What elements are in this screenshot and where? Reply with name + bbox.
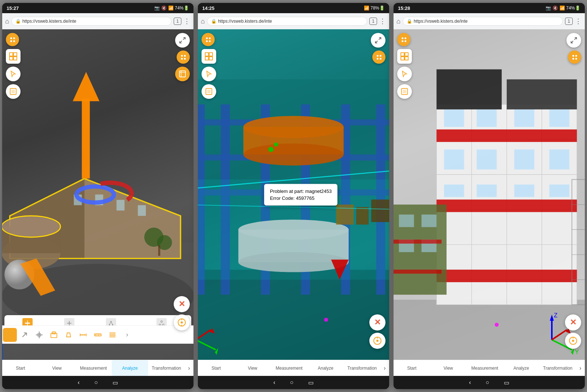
home-icon-2[interactable]: ⌂ — [201, 18, 205, 25]
tool-more-btn[interactable]: › — [120, 328, 134, 342]
tab-more-2[interactable]: › — [380, 360, 389, 376]
tab-count-3[interactable]: 1 — [565, 18, 573, 25]
grid-button-3[interactable] — [397, 49, 412, 64]
tab-count-2[interactable]: 1 — [369, 18, 377, 25]
android-nav-1: ‹ ○ ▭ — [2, 376, 193, 389]
url-bar-3[interactable]: 🔒 https://vsweb.kisters.de/inte — [403, 17, 563, 26]
tab-more-3[interactable]: › — [576, 360, 585, 376]
frame-button-1[interactable] — [175, 67, 190, 81]
tool-ruler-btn[interactable] — [91, 328, 105, 342]
tab-start-1[interactable]: Start — [2, 360, 39, 376]
cube-button-1[interactable] — [6, 84, 21, 99]
tool-trapezoid-btn[interactable] — [62, 328, 75, 342]
tab-view-1[interactable]: View — [39, 360, 75, 376]
tool-crosshair-btn[interactable] — [32, 328, 46, 342]
tab-analyze-1[interactable]: Analyze — [112, 360, 148, 376]
tool-arrow-btn[interactable] — [18, 328, 32, 342]
recents-btn-2[interactable]: ▭ — [308, 379, 314, 386]
home-btn-3[interactable]: ○ — [486, 379, 489, 386]
home-icon-3[interactable]: ⌂ — [396, 18, 400, 25]
grid-button-1[interactable] — [6, 49, 21, 64]
recents-btn-3[interactable]: ▭ — [504, 379, 509, 386]
cube-button-2[interactable] — [202, 84, 216, 99]
svg-point-98 — [274, 142, 278, 146]
grid-button-2[interactable] — [202, 49, 216, 64]
svg-rect-138 — [549, 149, 569, 169]
close-button-1[interactable]: ✕ — [174, 296, 190, 312]
tool-home-btn[interactable] — [3, 328, 17, 342]
tab-view-label-3: View — [443, 366, 453, 371]
camera-icon: 📷 — [154, 5, 160, 11]
tab-more-1[interactable]: › — [185, 360, 193, 376]
dots-button-3[interactable] — [397, 33, 410, 46]
menu-dots-1[interactable]: ⋮ — [184, 17, 191, 25]
menu-button-1[interactable] — [177, 51, 190, 64]
tool-measure-btn[interactable] — [76, 328, 90, 342]
expand-button-3[interactable] — [566, 33, 581, 48]
viewport-2: Problem at part: magnet2453 Error Code: … — [198, 29, 389, 360]
menu-dots-2[interactable]: ⋮ — [379, 17, 386, 25]
tab-view-3[interactable]: View — [430, 360, 467, 376]
pointer-button-1[interactable] — [6, 67, 21, 81]
status-time-2: 14:25 — [202, 5, 214, 11]
back-btn-2[interactable]: ‹ — [273, 379, 275, 386]
status-bar-1: 15:27 📷 🔇 📶 74%🔋 — [2, 3, 193, 13]
pointer-button-2[interactable] — [202, 67, 216, 81]
camera-icon-3: 📷 — [546, 5, 551, 11]
tab-measurement-1[interactable]: Measurement — [75, 360, 112, 376]
close-x-icon-1: ✕ — [178, 299, 185, 309]
tab-measurement-3[interactable]: Measurement — [466, 360, 503, 376]
tab-count-1[interactable]: 1 — [174, 18, 181, 25]
tab-analyze-label-2: Analyze — [318, 366, 333, 371]
tool-box-btn[interactable] — [47, 328, 61, 342]
back-btn-1[interactable]: ‹ — [78, 379, 80, 386]
svg-text:Y: Y — [575, 348, 579, 355]
tab-view-2[interactable]: View — [235, 360, 271, 376]
tab-start-3[interactable]: Start — [394, 360, 430, 376]
menu-dots-3[interactable]: ⋮ — [575, 17, 582, 25]
tab-start-2[interactable]: Start — [198, 360, 235, 376]
home-btn-2[interactable]: ○ — [290, 379, 294, 386]
svg-line-30 — [183, 38, 185, 40]
tab-analyze-3[interactable]: Analyze — [503, 360, 540, 376]
tab-view-label-2: View — [248, 366, 257, 371]
close-button-2[interactable]: ✕ — [369, 314, 385, 331]
svg-rect-111 — [207, 90, 210, 93]
expand-button-1[interactable] — [175, 33, 190, 48]
svg-marker-19 — [73, 72, 100, 101]
svg-rect-134 — [549, 109, 569, 127]
close-button-3[interactable]: ✕ — [565, 314, 581, 331]
nav-button-2[interactable] — [369, 333, 385, 349]
dots-button-1[interactable] — [6, 33, 19, 46]
tool-stripes-btn[interactable] — [106, 328, 119, 342]
tab-transformation-1[interactable]: Transformation — [148, 360, 185, 376]
nav-button-3[interactable] — [565, 333, 581, 349]
tab-transformation-2[interactable]: Transformation — [344, 360, 380, 376]
back-btn-3[interactable]: ‹ — [469, 379, 471, 386]
tab-start-label-2: Start — [211, 366, 221, 371]
tab-measurement-2[interactable]: Measurement — [271, 360, 307, 376]
menu-button-3[interactable] — [568, 51, 581, 64]
url-bar-1[interactable]: 🔒 https://vsweb.kisters.de/inte — [11, 17, 171, 26]
home-btn-1[interactable]: ○ — [94, 379, 98, 386]
menu-button-2[interactable] — [372, 51, 385, 64]
home-icon-1[interactable]: ⌂ — [5, 18, 9, 25]
toolbar-right-1 — [175, 33, 190, 81]
dots-button-2[interactable] — [202, 33, 215, 46]
expand-button-2[interactable] — [371, 33, 385, 48]
svg-rect-156 — [394, 270, 442, 274]
nav-button-1[interactable] — [174, 314, 190, 331]
tab-transformation-3[interactable]: Transformation — [539, 360, 576, 376]
tab-analyze-2[interactable]: Analyze — [307, 360, 344, 376]
svg-marker-18 — [82, 98, 90, 178]
svg-rect-147 — [421, 214, 436, 227]
nav-tabs-2: Start View Measurement Analyze Transform… — [198, 360, 389, 376]
svg-point-115 — [376, 340, 379, 342]
recents-btn-1[interactable]: ▭ — [112, 379, 118, 386]
url-bar-2[interactable]: 🔒 https://vsweb.kisters.de/inte — [207, 17, 367, 26]
tab-analyze-label-1: Analyze — [122, 366, 138, 371]
svg-rect-139 — [444, 184, 464, 197]
cube-button-3[interactable] — [397, 84, 412, 99]
pointer-button-3[interactable] — [397, 67, 412, 81]
tab-transformation-label-1: Transformation — [152, 366, 181, 371]
